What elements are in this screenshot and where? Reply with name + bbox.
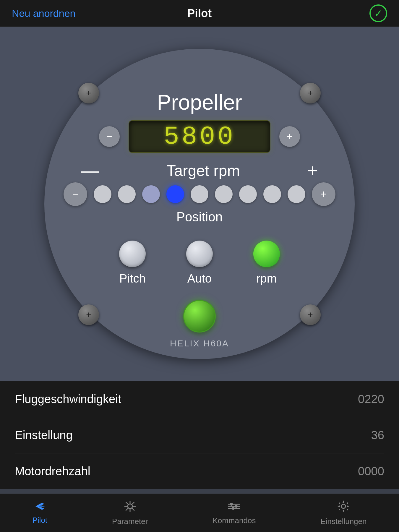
screw-bottom-left	[78, 304, 99, 325]
parameter-icon	[124, 500, 137, 515]
page-title: Pilot	[187, 7, 212, 20]
svg-point-0	[128, 504, 132, 509]
nav-einstellungen[interactable]: Einstellungen	[320, 500, 366, 526]
info-row-motor: Motordrehzahl 0000	[15, 453, 384, 489]
motor-label: Motordrehzahl	[15, 465, 90, 478]
position-dot-1[interactable]	[94, 185, 111, 203]
propeller-panel: Propeller − 5800 + — Target rpm + −	[44, 49, 355, 359]
nav-kommandos-label: Kommandos	[213, 516, 256, 525]
mode-pitch[interactable]: Pitch	[119, 241, 146, 285]
position-dot-6[interactable]	[215, 185, 233, 203]
position-section: − + Position	[64, 182, 335, 224]
speed-label: Fluggeschwindigkeit	[15, 392, 121, 406]
mode-rpm[interactable]: rpm	[253, 241, 280, 285]
helix-label: HELIX H60A	[170, 338, 229, 348]
position-decrease-button[interactable]: −	[64, 182, 87, 206]
position-dot-7[interactable]	[239, 185, 257, 203]
motor-value: 0000	[358, 465, 384, 478]
position-dot-5[interactable]	[191, 185, 208, 203]
mode-auto[interactable]: Auto	[186, 241, 213, 285]
target-label: Target rpm	[166, 162, 240, 179]
pilot-icon	[33, 501, 47, 513]
rpm-indicator	[253, 241, 280, 267]
rearrange-button[interactable]: Neu anordnen	[12, 8, 76, 19]
target-row: — Target rpm +	[75, 159, 324, 182]
rpm-decrease-button[interactable]: −	[99, 126, 120, 147]
nav-pilot[interactable]: Pilot	[32, 501, 47, 525]
plus-icon-2: +	[320, 189, 327, 200]
svg-point-15	[341, 504, 346, 508]
rpm-screen: 5800	[129, 120, 270, 153]
svg-point-14	[232, 507, 235, 510]
position-dot-3[interactable]	[142, 185, 160, 203]
position-dot-2[interactable]	[118, 185, 136, 203]
nav-parameter[interactable]: Parameter	[112, 500, 148, 526]
position-dot-8[interactable]	[263, 185, 281, 203]
info-section: Fluggeschwindigkeit 0220 Einstellung 36 …	[0, 381, 399, 489]
einstellungen-icon	[337, 500, 350, 515]
auto-label: Auto	[187, 272, 212, 285]
nav-parameter-label: Parameter	[112, 517, 148, 526]
nav-pilot-label: Pilot	[32, 516, 47, 525]
position-dot-4[interactable]	[166, 185, 184, 203]
checkmark-icon: ✓	[374, 8, 382, 18]
header: Neu anordnen Pilot ✓	[0, 0, 399, 27]
position-label: Position	[176, 210, 223, 224]
position-dots-row: − +	[64, 182, 335, 206]
setting-value: 36	[371, 429, 385, 442]
confirm-button[interactable]: ✓	[369, 4, 387, 22]
info-row-setting: Einstellung 36	[15, 417, 384, 453]
setting-label: Einstellung	[15, 429, 73, 442]
rpm-value: 5800	[163, 122, 235, 151]
svg-line-5	[126, 502, 128, 504]
kommandos-icon	[227, 501, 241, 514]
propeller-title: Propeller	[157, 90, 242, 114]
nav-kommandos[interactable]: Kommandos	[213, 501, 256, 525]
info-row-speed: Fluggeschwindigkeit 0220	[15, 381, 384, 417]
svg-line-8	[126, 508, 128, 510]
svg-line-7	[132, 502, 134, 504]
minus-icon: −	[106, 131, 112, 142]
svg-line-6	[132, 508, 134, 510]
target-increase-button[interactable]: +	[301, 159, 324, 182]
nav-einstellungen-label: Einstellungen	[320, 517, 366, 526]
position-dot-9[interactable]	[288, 185, 305, 203]
pitch-indicator	[119, 241, 146, 267]
screw-top-left	[78, 83, 99, 103]
svg-point-13	[235, 505, 238, 508]
minus-icon-2: −	[72, 189, 78, 200]
svg-point-12	[230, 503, 233, 506]
position-increase-button[interactable]: +	[312, 182, 335, 206]
rpm-display-row: − 5800 +	[99, 120, 300, 153]
rpm-label: rpm	[256, 272, 277, 285]
screw-top-right	[300, 83, 321, 103]
plus-icon: +	[286, 131, 293, 142]
main-green-button[interactable]	[183, 300, 216, 332]
auto-indicator	[186, 241, 213, 267]
screw-bottom-right	[300, 304, 321, 325]
speed-value: 0220	[358, 392, 384, 406]
main-area: Propeller − 5800 + — Target rpm + −	[0, 27, 399, 381]
target-decrease-button[interactable]: —	[75, 159, 105, 182]
rpm-increase-button[interactable]: +	[279, 126, 300, 147]
mode-row: Pitch Auto rpm	[99, 241, 300, 285]
pitch-label: Pitch	[119, 272, 146, 285]
bottom-nav: Pilot Parameter	[0, 494, 399, 532]
